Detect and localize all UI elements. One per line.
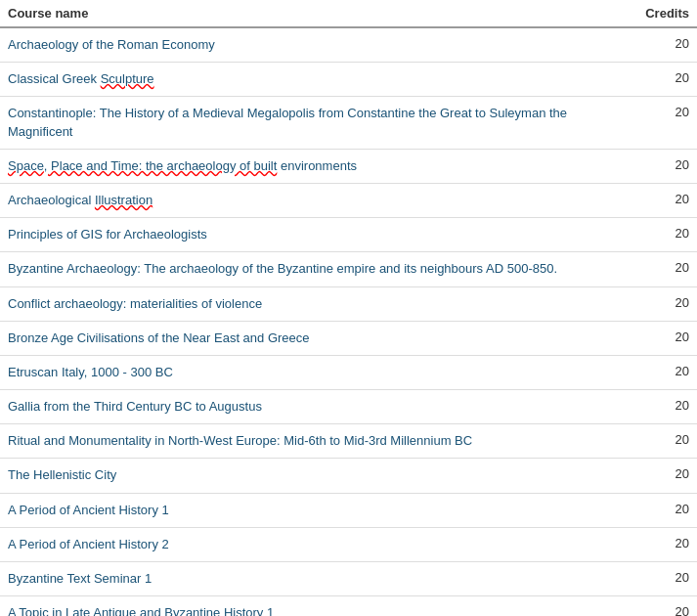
course-name[interactable]: A Period of Ancient History 2 <box>8 536 631 553</box>
credits-value: 20 <box>631 192 689 206</box>
table-row[interactable]: Etruscan Italy, 1000 - 300 BC20 <box>0 356 697 390</box>
course-name[interactable]: Space, Place and Time: the archaeology o… <box>8 157 631 175</box>
credits-value: 20 <box>631 330 689 344</box>
credits-value: 20 <box>631 536 689 550</box>
credits-value: 20 <box>631 105 689 119</box>
column-header-credits: Credits <box>631 6 689 21</box>
course-name[interactable]: Constantinople: The History of a Medieva… <box>8 105 631 140</box>
credits-value: 20 <box>631 502 689 516</box>
table-row[interactable]: Space, Place and Time: the archaeology o… <box>0 150 697 184</box>
course-table: Course name Credits Archaeology of the R… <box>0 0 697 616</box>
course-name[interactable]: The Hellenistic City <box>8 466 631 484</box>
course-name[interactable]: Classical Greek Sculpture <box>8 70 631 88</box>
course-name[interactable]: Archaeological Illustration <box>8 192 631 209</box>
table-header: Course name Credits <box>0 0 697 28</box>
credits-value: 20 <box>631 398 689 413</box>
table-row[interactable]: Byzantine Text Seminar 120 <box>0 562 697 596</box>
credits-value: 20 <box>631 36 689 51</box>
credits-value: 20 <box>631 260 689 275</box>
table-row[interactable]: A Topic in Late Antique and Byzantine Hi… <box>0 596 697 616</box>
course-name[interactable]: Principles of GIS for Archaeologists <box>8 226 631 243</box>
course-name[interactable]: Ritual and Monumentality in North-West E… <box>8 432 631 450</box>
table-row[interactable]: Archaeological Illustration20 <box>0 184 697 218</box>
course-name[interactable]: A Topic in Late Antique and Byzantine Hi… <box>8 604 631 616</box>
credits-value: 20 <box>631 432 689 447</box>
spell-check-word: Space, Place and Time: the archaeology o… <box>8 158 277 173</box>
table-row[interactable]: The Hellenistic City20 <box>0 459 697 493</box>
table-row[interactable]: Ritual and Monumentality in North-West E… <box>0 424 697 459</box>
credits-value: 20 <box>631 70 689 85</box>
credits-value: 20 <box>631 364 689 378</box>
course-name[interactable]: Gallia from the Third Century BC to Augu… <box>8 398 631 416</box>
table-row[interactable]: Byzantine Archaeology: The archaeology o… <box>0 252 697 286</box>
credits-value: 20 <box>631 466 689 481</box>
course-name[interactable]: A Period of Ancient History 1 <box>8 502 631 519</box>
table-row[interactable]: Conflict archaeology: materialities of v… <box>0 287 697 322</box>
table-row[interactable]: Bronze Age Civilisations of the Near Eas… <box>0 322 697 356</box>
table-row[interactable]: A Period of Ancient History 220 <box>0 528 697 562</box>
table-row[interactable]: Constantinople: The History of a Medieva… <box>0 97 697 149</box>
credits-value: 20 <box>631 157 689 172</box>
course-name[interactable]: Conflict archaeology: materialities of v… <box>8 295 631 313</box>
credits-value: 20 <box>631 604 689 616</box>
spell-check-word: Illustration <box>95 193 152 207</box>
course-name[interactable]: Byzantine Text Seminar 1 <box>8 570 631 588</box>
table-row[interactable]: Archaeology of the Roman Economy20 <box>0 28 697 63</box>
table-row[interactable]: A Period of Ancient History 120 <box>0 494 697 528</box>
column-header-course: Course name <box>8 6 88 21</box>
table-body: Archaeology of the Roman Economy20Classi… <box>0 28 697 616</box>
spell-check-word: Sculpture <box>101 71 154 86</box>
course-name[interactable]: Archaeology of the Roman Economy <box>8 36 631 54</box>
course-name[interactable]: Etruscan Italy, 1000 - 300 BC <box>8 364 631 381</box>
table-row[interactable]: Principles of GIS for Archaeologists20 <box>0 218 697 252</box>
credits-value: 20 <box>631 295 689 310</box>
credits-value: 20 <box>631 226 689 241</box>
table-row[interactable]: Gallia from the Third Century BC to Augu… <box>0 390 697 424</box>
credits-value: 20 <box>631 570 689 585</box>
course-name[interactable]: Bronze Age Civilisations of the Near Eas… <box>8 330 631 347</box>
course-name[interactable]: Byzantine Archaeology: The archaeology o… <box>8 260 631 278</box>
table-row[interactable]: Classical Greek Sculpture20 <box>0 63 697 97</box>
